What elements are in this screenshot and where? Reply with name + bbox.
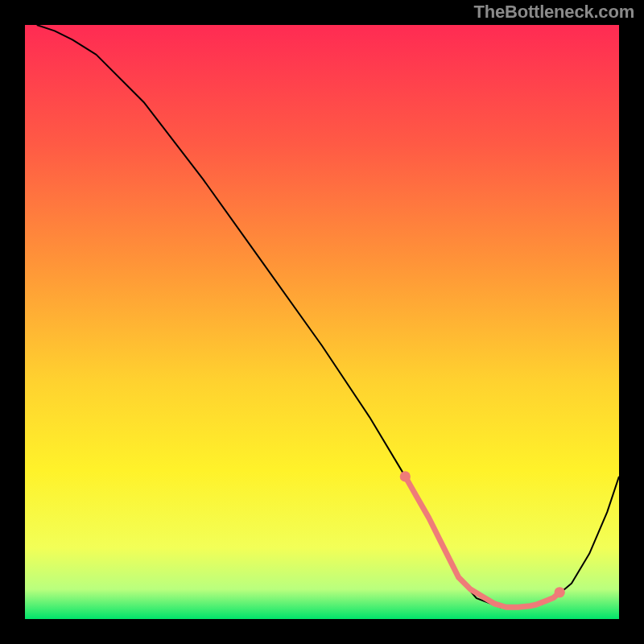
attribution-text: TheBottleneck.com: [473, 2, 634, 23]
plot-area: [25, 25, 619, 619]
chart-frame: TheBottleneck.com: [0, 0, 644, 644]
highlight-end-dot: [555, 587, 565, 597]
gradient-backdrop: [25, 25, 619, 619]
highlight-end-dot: [400, 471, 411, 481]
